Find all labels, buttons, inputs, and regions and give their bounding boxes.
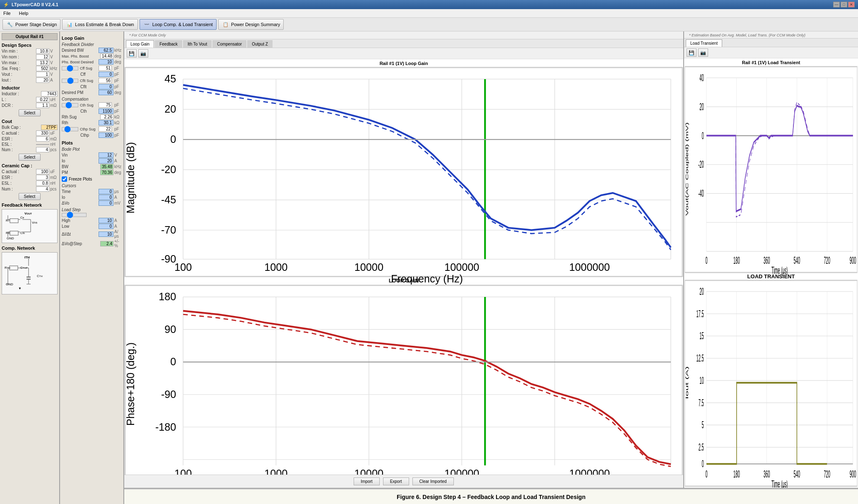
- svg-text:-90: -90: [161, 253, 176, 265]
- cflt-sug-row: Cflt Sug 56 pF: [62, 78, 122, 83]
- tab-loop-gain[interactable]: Loop Gain: [126, 40, 154, 48]
- svg-text:1000: 1000: [264, 261, 287, 273]
- lt-camera-btn[interactable]: 📷: [698, 48, 708, 57]
- inductor-title: Inductor: [2, 85, 58, 90]
- import-button[interactable]: Import: [354, 477, 379, 485]
- tab-compensator[interactable]: Compensator: [212, 40, 246, 48]
- svg-text:0: 0: [705, 468, 707, 480]
- svg-text:5: 5: [702, 419, 704, 431]
- ceramic-c-actual-row: C actual : 100 uF: [2, 169, 58, 174]
- iout-row: Iout : 20 A: [2, 77, 58, 83]
- loop-gain-magnitude-chart: 45 20 0 -20 -45 -70 -90 Magnitude (dB): [125, 68, 682, 277]
- load-transient-chart-title: Rail #1 (1V) Load Transient: [685, 60, 857, 65]
- cthp-slider[interactable]: [62, 127, 78, 131]
- loop-gain-chart-title: Rail #1 (1V) Loop Gain: [125, 61, 682, 66]
- load-transient-area: * Estimation Based On Avg. Model, Load T…: [684, 31, 858, 488]
- menu-bar: File Help: [0, 9, 858, 18]
- svg-text:10000: 10000: [354, 467, 383, 475]
- ceramic-select-button[interactable]: Select: [19, 193, 41, 200]
- svg-text:VFB: VFB: [32, 221, 37, 224]
- load-di-dt-row: ΔI/Δt 10 A/μs: [62, 229, 122, 239]
- export-button[interactable]: Export: [383, 477, 409, 485]
- vout-row: Vout : 1 V: [2, 72, 58, 77]
- close-button[interactable]: ✕: [848, 2, 855, 7]
- clear-imported-button[interactable]: Clear Imported: [412, 477, 454, 485]
- svg-text:90: 90: [164, 323, 176, 335]
- svg-text:720: 720: [824, 254, 830, 266]
- plots-header: Plots: [62, 140, 122, 145]
- power-stage-design-button[interactable]: 🔧 Power Stage Design: [2, 19, 60, 30]
- lt-save-btn[interactable]: 💾: [687, 48, 697, 57]
- load-transient-label: LOAD TRANSIENT: [685, 272, 857, 280]
- svg-text:0: 0: [170, 356, 176, 367]
- loop-save-btn[interactable]: 💾: [127, 49, 137, 58]
- svg-text:180: 180: [733, 468, 740, 480]
- svg-text:Cflt: Cflt: [20, 231, 25, 235]
- svg-text:2.5: 2.5: [699, 441, 704, 453]
- load-transient-vout-chart: 40 20 0 -20 -40 Vout(AC Coupled) (mV): [685, 67, 857, 272]
- svg-text:1000000: 1000000: [569, 261, 610, 273]
- rth-sug-row: Rth Sug 2.26 kΩ: [62, 114, 122, 120]
- max-phs-boost-row: Max. Phs. Boost 14.48 deg: [62, 53, 122, 59]
- cflt-row: Cflt 0 pF: [62, 84, 122, 89]
- cout-esl-row: ESL : nH: [2, 142, 58, 147]
- loop-comp-icon: 〰: [143, 21, 151, 28]
- loss-estimate-button[interactable]: 📊 Loss Estimate & Break Down: [62, 19, 137, 30]
- desired-pm-row: Desired PM 60 deg: [62, 90, 122, 95]
- cflt-slider[interactable]: [62, 79, 78, 83]
- cth-sug-row: Cth Sug 75 pF: [62, 102, 122, 108]
- svg-text:GND: GND: [7, 236, 14, 240]
- svg-text:180: 180: [159, 291, 176, 302]
- tab-ith-to-vout[interactable]: Ith To Vout: [183, 40, 212, 48]
- ceramic-cap-title: Ceramic Cap :: [2, 163, 58, 168]
- cth-slider[interactable]: [62, 103, 78, 107]
- ceramic-esr-row: ESR : 3 mΩ: [2, 175, 58, 180]
- minimize-button[interactable]: —: [833, 2, 840, 7]
- cth-row: Cth 1100 pF: [62, 109, 122, 114]
- cff-sug-row: Cff Sug 51 pF: [62, 65, 122, 71]
- svg-text:0: 0: [170, 133, 176, 145]
- help-menu[interactable]: Help: [17, 10, 30, 17]
- cout-title: Cout: [2, 119, 58, 124]
- tab-output-z[interactable]: Output Z: [247, 40, 272, 48]
- tab-feedback[interactable]: Feedback: [155, 40, 182, 48]
- cursor-dvo-row: ΔVo 0 mV: [62, 200, 122, 206]
- loop-comp-button[interactable]: 〰 Loop Comp. & Load Transient: [140, 19, 217, 30]
- cff-slider[interactable]: [62, 66, 78, 70]
- cursors-header: Cursors: [62, 183, 122, 188]
- cursor-io-row: Io 0 A: [62, 195, 122, 200]
- svg-text:▼: ▼: [18, 287, 22, 290]
- inductor-select-button[interactable]: Select: [19, 109, 41, 116]
- tab-load-transient[interactable]: Load Transient: [686, 39, 722, 47]
- loop-camera-btn[interactable]: 📷: [138, 49, 148, 58]
- svg-text:-20: -20: [698, 159, 704, 170]
- svg-rect-2: [10, 219, 18, 223]
- svg-text:15: 15: [699, 330, 704, 342]
- load-step-slider[interactable]: [62, 213, 87, 217]
- power-design-summary-button[interactable]: 📋 Power Design Summary: [218, 19, 284, 30]
- feedback-network-title: Feedback Network: [2, 203, 58, 207]
- maximize-button[interactable]: □: [841, 2, 847, 7]
- main-container: Output Rail #1 Design Specs Vin min : 10…: [0, 31, 858, 504]
- svg-text:Time (μs): Time (μs): [771, 264, 788, 276]
- inductor-dcr-row: DCR : 1.1 mΩ: [2, 103, 58, 108]
- file-menu[interactable]: File: [2, 10, 12, 17]
- cout-select-button[interactable]: Select: [19, 154, 41, 161]
- sw-freq-row: Sw. Freq : 502 kHz: [2, 66, 58, 71]
- freeze-plots-checkbox[interactable]: [62, 176, 67, 182]
- load-low-row: Low 0 A: [62, 224, 122, 229]
- load-step-slider-row: [62, 213, 122, 217]
- svg-text:100: 100: [174, 261, 192, 273]
- svg-text:Iout (A): Iout (A): [685, 367, 689, 399]
- top-charts: * For CCM Mode Only Loop Gain Feedback I…: [124, 31, 858, 489]
- comp-network-title: Comp. Network: [2, 246, 58, 251]
- title-bar: ⚡ LTpowerCAD II V2.4.1 — □ ✕: [0, 0, 858, 9]
- feedback-divider-header: Feedback Divider: [62, 42, 122, 47]
- window-controls: — □ ✕: [833, 2, 855, 7]
- svg-text:17.5: 17.5: [697, 308, 704, 319]
- title-bar-title: ⚡ LTpowerCAD II V2.4.1: [3, 2, 58, 7]
- vin-nom-row: Vin nom : 12 V: [2, 54, 58, 60]
- svg-text:ITH: ITH: [24, 256, 30, 259]
- svg-text:0: 0: [702, 458, 704, 470]
- cff-row: Cff 0 pF: [62, 72, 122, 77]
